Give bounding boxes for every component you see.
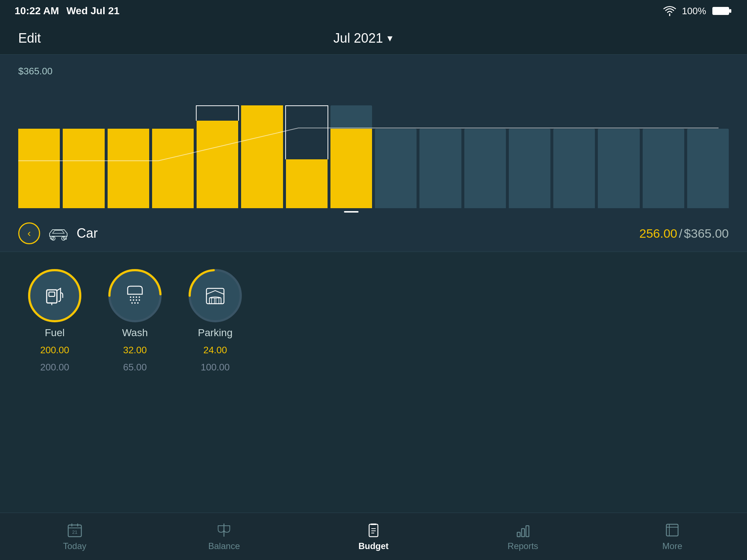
svg-rect-0 xyxy=(712,7,729,15)
subcategory-circle xyxy=(190,270,241,321)
wifi-icon xyxy=(663,6,676,16)
subcategories-container: Fuel 200.00 200.00 Wash 32.00 65.00 xyxy=(0,252,747,391)
subcategory-spent: 32.00 xyxy=(123,345,147,356)
subcategory-spent: 200.00 xyxy=(40,345,69,356)
ring-svg xyxy=(107,267,163,324)
chart-bar[interactable] xyxy=(63,81,104,208)
status-time: 10:22 AM xyxy=(15,5,59,17)
chart-container: $365.00 xyxy=(0,55,747,215)
subcategory-circle xyxy=(29,270,80,321)
category-budget: $365.00 xyxy=(684,226,729,240)
chart-bar[interactable] xyxy=(152,81,194,208)
battery-icon xyxy=(712,6,732,16)
category-left: ‹ Car xyxy=(18,222,98,244)
svg-text:21: 21 xyxy=(72,529,77,535)
tab-budget-label: Budget xyxy=(359,541,389,551)
category-amounts: 256.00 / $365.00 xyxy=(639,226,729,241)
subcategory-spent: 24.00 xyxy=(203,345,227,356)
chart-bar[interactable] xyxy=(553,81,595,208)
category-row: ‹ Car 256.00 / $365.00 xyxy=(0,215,747,252)
subcategory-label: Wash xyxy=(122,327,148,339)
category-name: Car xyxy=(77,226,98,241)
subcategory-circle xyxy=(109,270,160,321)
today-icon: 21 xyxy=(67,522,83,538)
car-icon xyxy=(47,226,69,241)
status-right: 100% xyxy=(663,5,733,17)
svg-rect-41 xyxy=(517,532,520,537)
subcategory-budget: 65.00 xyxy=(123,362,147,373)
budget-icon xyxy=(365,522,382,538)
subcategory-label: Parking xyxy=(198,327,233,339)
status-bar: 10:22 AM Wed Jul 21 100% xyxy=(0,0,747,22)
svg-rect-44 xyxy=(666,524,678,536)
svg-rect-42 xyxy=(522,529,525,537)
tab-budget[interactable]: Budget xyxy=(299,522,448,551)
chart-bar[interactable] xyxy=(464,81,506,208)
tab-bar: 21 Today Balance Budget Reports xyxy=(0,513,747,560)
chart-max-label: $365.00 xyxy=(18,66,729,77)
balance-icon xyxy=(216,522,232,538)
nav-title-text: Jul 2021 xyxy=(333,31,383,46)
nav-bar: Edit Jul 2021 ▾ xyxy=(0,22,747,55)
more-icon xyxy=(664,522,680,538)
back-icon: ‹ xyxy=(27,228,31,239)
tab-reports[interactable]: Reports xyxy=(448,522,598,551)
chart-bar[interactable] xyxy=(330,81,372,208)
chart-bar[interactable] xyxy=(419,81,461,208)
subcategory-label: Fuel xyxy=(45,327,65,339)
chart-bar[interactable] xyxy=(643,81,684,208)
tab-balance-label: Balance xyxy=(208,541,240,551)
chart-bar[interactable] xyxy=(18,81,60,208)
chart-bar[interactable] xyxy=(286,81,328,208)
subcategory-item[interactable]: Parking 24.00 100.00 xyxy=(190,270,241,373)
reports-icon xyxy=(515,522,531,538)
battery-text: 100% xyxy=(682,5,707,17)
svg-rect-1 xyxy=(729,9,731,13)
svg-point-5 xyxy=(29,270,80,321)
chart-bars xyxy=(18,81,729,208)
subcategory-budget: 100.00 xyxy=(201,362,230,373)
edit-button[interactable]: Edit xyxy=(18,31,41,46)
chart-bar[interactable] xyxy=(108,81,149,208)
svg-rect-43 xyxy=(526,526,529,537)
category-spent: 256.00 xyxy=(639,226,677,240)
tab-reports-label: Reports xyxy=(508,541,538,551)
category-separator: / xyxy=(679,226,682,240)
subcategory-budget: 200.00 xyxy=(40,362,69,373)
status-date: Wed Jul 21 xyxy=(66,5,120,17)
ring-svg xyxy=(26,267,83,324)
tab-more[interactable]: More xyxy=(597,522,747,551)
month-selector[interactable]: Jul 2021 ▾ xyxy=(333,31,392,46)
subcategory-item[interactable]: Fuel 200.00 200.00 xyxy=(29,270,80,373)
subcategory-item[interactable]: Wash 32.00 65.00 xyxy=(109,270,160,373)
chart-bar[interactable] xyxy=(197,81,238,208)
chart-bar[interactable] xyxy=(509,81,550,208)
ring-svg xyxy=(187,267,244,324)
chart-bar[interactable] xyxy=(598,81,639,208)
tab-today[interactable]: 21 Today xyxy=(0,522,150,551)
chart-bar[interactable] xyxy=(375,81,417,208)
tab-today-label: Today xyxy=(63,541,86,551)
back-button[interactable]: ‹ xyxy=(18,222,40,244)
chart-bar[interactable] xyxy=(687,81,729,208)
tab-more-label: More xyxy=(662,541,682,551)
chart-bar[interactable] xyxy=(241,81,283,208)
chevron-down-icon: ▾ xyxy=(387,32,392,44)
tab-balance[interactable]: Balance xyxy=(150,522,299,551)
